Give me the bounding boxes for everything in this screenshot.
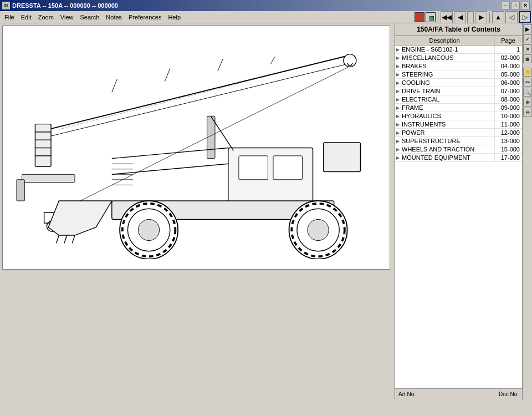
- toc-row-arrow: ▶: [395, 147, 401, 152]
- toc-row-description: INSTRUMENTS: [401, 120, 494, 128]
- toc-row-arrow: ▶: [395, 139, 401, 144]
- nav-back-button[interactable]: ◁: [505, 11, 518, 23]
- below-image-area: [0, 272, 395, 399]
- nav-first-button[interactable]: ◀◀: [441, 11, 453, 23]
- toc-row-page: 11-000: [494, 120, 522, 128]
- col-description-header: Description: [395, 36, 494, 45]
- toc-title: 150A/FA Table of Contents: [395, 23, 522, 36]
- menu-help[interactable]: Help: [165, 13, 184, 22]
- toc-row-arrow: ▶: [395, 64, 401, 69]
- toc-row[interactable]: ▶BRAKES04-000: [395, 62, 522, 70]
- side-tool-5[interactable]: ✋: [523, 68, 532, 77]
- toc-row-description: POWER: [401, 129, 494, 136]
- toc-row[interactable]: ▶MOUNTED EQUIPMENT17-000: [395, 154, 522, 162]
- svg-rect-10: [239, 156, 268, 180]
- svg-rect-4: [35, 124, 51, 166]
- toc-row-description: MISCELLANEOUS: [401, 54, 494, 62]
- side-tool-3[interactable]: ✕: [523, 44, 532, 53]
- menu-preferences[interactable]: Preferences: [125, 13, 165, 22]
- toc-row-description: SUPERSTRUCTURE: [401, 137, 494, 145]
- toc-row[interactable]: ▶ENGINE - S6D102-11: [395, 45, 522, 54]
- toc-row-page: 04-000: [494, 62, 522, 70]
- side-tool-2[interactable]: ✓: [523, 34, 532, 43]
- toc-row[interactable]: ▶SUPERSTRUCTURE13-000: [395, 137, 522, 145]
- toc-row[interactable]: ▶MISCELLANEOUS02-000: [395, 54, 522, 62]
- menu-search[interactable]: Search: [76, 13, 103, 22]
- toolbar-separator2: [489, 12, 490, 23]
- maximize-button[interactable]: □: [511, 2, 520, 9]
- menu-view[interactable]: View: [57, 13, 77, 22]
- menu-notes[interactable]: Notes: [103, 13, 125, 22]
- toc-row[interactable]: ▶WHEELS AND TRACTION15-000: [395, 145, 522, 154]
- nav-next-button[interactable]: ▶: [475, 11, 487, 23]
- side-tool-1[interactable]: ▶: [523, 24, 532, 33]
- toc-row-page: 06-000: [494, 79, 522, 87]
- toc-row-description: DRIVE TRAIN: [401, 87, 494, 95]
- toc-row[interactable]: ▶ELECTRICAL08-000: [395, 95, 522, 104]
- svg-rect-21: [207, 116, 215, 158]
- toc-row-page: 08-000: [494, 95, 522, 103]
- color-grid-button2[interactable]: [426, 12, 436, 22]
- svg-rect-11: [273, 156, 302, 180]
- side-tool-4[interactable]: ▦: [523, 54, 532, 63]
- toc-row-arrow: ▶: [395, 114, 401, 119]
- svg-point-15: [139, 219, 160, 240]
- toc-row-arrow: ▶: [395, 55, 401, 60]
- side-toolbar: ▶ ✓ ✕ ▦ ✋ ✏ 🔍 ⊕ ⊖: [522, 23, 532, 399]
- toc-list[interactable]: ▶ENGINE - S6D102-11▶MISCELLANEOUS02-000▶…: [395, 45, 522, 388]
- doc-no-label: Doc No:: [499, 391, 519, 397]
- toc-row-page: 17-000: [494, 154, 522, 161]
- toc-row-description: HYDRAULICS: [401, 112, 494, 120]
- app-icon: D: [2, 2, 10, 9]
- menu-zoom[interactable]: Zoom: [35, 13, 57, 22]
- toc-row[interactable]: ▶FRAME09-000: [395, 104, 522, 112]
- menu-file[interactable]: File: [1, 13, 18, 22]
- toc-row-arrow: ▶: [395, 89, 401, 94]
- toc-row-page: 05-000: [494, 70, 522, 78]
- toc-row-page: 09-000: [494, 104, 522, 112]
- toc-row-page: 12-000: [494, 129, 522, 136]
- side-tool-9[interactable]: ⊖: [523, 108, 532, 117]
- toc-row-page: 13-000: [494, 137, 522, 145]
- side-tool-6[interactable]: ✏: [523, 78, 532, 87]
- svg-rect-24: [17, 180, 24, 201]
- toc-row-description: COOLING: [401, 79, 494, 87]
- toc-row-page: 10-000: [494, 112, 522, 120]
- menu-bar: File Edit Zoom View Search Notes Prefere…: [0, 11, 532, 23]
- minimize-button[interactable]: ─: [501, 2, 510, 9]
- side-tool-8[interactable]: ⊕: [523, 98, 532, 107]
- toc-row[interactable]: ▶POWER12-000: [395, 129, 522, 137]
- right-toolbar-icons: ◀◀ ◀ ▶ ▲ ◁ ▷: [415, 11, 531, 23]
- toc-row-description: ENGINE - S6D102-1: [401, 45, 494, 53]
- color-grid-button[interactable]: [415, 12, 424, 22]
- toc-row-arrow: ▶: [395, 155, 401, 160]
- col-page-header: Page: [494, 36, 522, 45]
- toc-row-arrow: ▶: [395, 130, 401, 135]
- toc-row-description: FRAME: [401, 104, 494, 112]
- toc-row-page: 07-000: [494, 87, 522, 95]
- title-bar-buttons: ─ □ ✕: [501, 2, 530, 9]
- toc-row[interactable]: ▶INSTRUMENTS11-000: [395, 120, 522, 129]
- nav-up-button[interactable]: ▲: [492, 11, 504, 23]
- nav-prev-button[interactable]: ◀: [454, 11, 466, 23]
- toc-row-page: 15-000: [494, 145, 522, 153]
- toc-row[interactable]: ▶COOLING06-000: [395, 79, 522, 87]
- toc-row-page: 02-000: [494, 54, 522, 62]
- toc-row-arrow: ▶: [395, 72, 401, 77]
- toc-row-description: BRAKES: [401, 62, 494, 70]
- svg-point-25: [344, 54, 356, 67]
- toolbar-separator: [438, 12, 438, 23]
- toc-row[interactable]: ▶HYDRAULICS10-000: [395, 112, 522, 120]
- nav-empty-button[interactable]: [467, 11, 474, 23]
- title-bar: D DRESSTA -- 150A -- 000000 -- 000000 ─ …: [0, 0, 532, 11]
- svg-point-19: [308, 219, 329, 240]
- menu-edit[interactable]: Edit: [18, 13, 35, 22]
- close-button[interactable]: ✕: [521, 2, 530, 9]
- toc-row-description: STEERING: [401, 70, 494, 78]
- nav-forward-button[interactable]: ▷: [519, 11, 531, 23]
- svg-rect-23: [22, 174, 75, 182]
- toc-row[interactable]: ▶STEERING05-000: [395, 70, 522, 79]
- toc-row-description: WHEELS AND TRACTION: [401, 145, 494, 153]
- side-tool-7[interactable]: 🔍: [523, 88, 532, 97]
- toc-row[interactable]: ▶DRIVE TRAIN07-000: [395, 87, 522, 95]
